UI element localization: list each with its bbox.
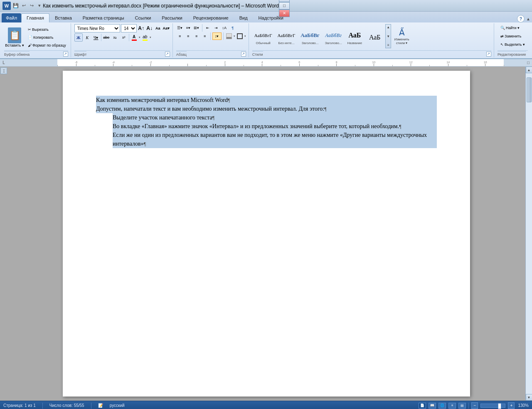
italic-button[interactable]: К [83,33,91,42]
save-qa-button[interactable]: 💾 [12,2,19,9]
align-right-button[interactable]: ≡ [193,32,200,40]
paragraph-group-label: Абзац [176,51,187,57]
font-size-selector[interactable]: 14 [121,24,137,32]
tab-page-layout[interactable]: Разметка страницы [77,13,130,22]
qa-extra-button[interactable]: ▾ [36,2,43,9]
font-expand-button[interactable]: ↗ [165,52,170,57]
zoom-slider-thumb[interactable] [498,403,501,409]
tab-addins[interactable]: Надстройки [253,13,289,22]
font-color-dropdown[interactable]: ▾ [139,36,140,39]
cut-button[interactable]: ✂ Вырезать [26,26,68,33]
show-marks-button[interactable]: ¶ [229,24,236,32]
para-row2: ≡ ≡ ≡ ≡ ↕▾ ▾ ▾ [176,32,246,40]
tab-references[interactable]: Ссылки [130,13,157,22]
view-outline-button[interactable]: ≡ [448,403,456,409]
para4-mark: ¶ [399,124,401,129]
help-button[interactable]: ? [517,15,525,22]
style-heading2[interactable]: АаБбВг Заголово... [323,28,344,46]
scroll-up-button[interactable]: ▲ [526,67,532,73]
zoom-in-button[interactable]: + [508,402,515,409]
style-extra[interactable]: АаБ [365,30,384,45]
case-button[interactable]: Aa▾ [163,25,170,32]
view-web-button[interactable]: 🌐 [438,403,446,409]
superscript-button[interactable]: x² [120,33,128,42]
format-painter-button[interactable]: 🖌 Формат по образцу [26,42,68,49]
paragraph-4: Во вкладке «Главная» нажмите значок «Инт… [113,122,437,131]
multilevel-list-button[interactable]: ⊞▾ [193,24,200,32]
left-tool-button[interactable]: ⌶ [0,67,7,74]
tab-mailings[interactable]: Рассылки [156,13,187,22]
strikethrough-button[interactable]: abe [102,33,111,42]
word-count: Число слов: 55/55 [49,403,84,408]
zoom-slider[interactable] [480,404,505,408]
clipboard-expand-button[interactable]: ↗ [63,52,68,57]
tab-review[interactable]: Рецензирование [188,13,234,22]
sort-button[interactable]: ↕A [221,24,228,32]
ribbon-minimize-button[interactable]: ▲ [526,17,530,21]
ruler-expand-button[interactable]: □ [525,59,532,67]
bold-button[interactable]: Ж [74,33,83,42]
decrease-indent-button[interactable]: ⇤ [204,24,212,32]
tab-view[interactable]: Вид [234,13,253,22]
document-area[interactable]: Как изменить межстрочный интервал Micros… [7,67,525,401]
align-left-button[interactable]: ≡ [176,32,184,40]
underline-button[interactable]: Ч▾ [92,33,100,42]
style-normal[interactable]: АаБбВгГ Обычный [252,28,274,46]
style-no-spacing[interactable]: АаБбВгГ Без инте... [276,28,298,46]
select-button[interactable]: ↖ Выделить ▾ [498,41,528,48]
styles-scroll-expand-icon: ≡ [387,43,389,47]
tab-file[interactable]: Файл [2,13,21,22]
view-draft-button[interactable]: ▤ [458,403,466,409]
paragraph-expand-button[interactable]: ↗ [241,52,246,57]
undo-qa-button[interactable]: ↩ [20,2,27,9]
align-center-button[interactable]: ≡ [185,32,192,40]
zoom-level[interactable]: 130% [518,403,529,408]
border-dropdown[interactable]: ▾ [244,35,246,38]
styles-expand-button[interactable]: ↗ [486,52,491,57]
language-status[interactable]: русский [110,403,125,408]
style-heading1[interactable]: АаБбВг Заголово... [298,28,321,46]
spell-check-icon[interactable]: 📝 [98,403,103,408]
font-grow-button[interactable]: A↑ [138,25,145,32]
shading-dropdown[interactable]: ▾ [234,35,235,38]
copy-button[interactable]: 📄 Копировать [26,34,68,41]
view-print-button[interactable]: 📄 [419,403,426,409]
styles-scroll-button[interactable]: ▲ ▼ ≡ [385,24,391,48]
tab-home[interactable]: Главная [21,13,49,22]
tab-insert[interactable]: Вставка [49,13,77,22]
clear-format-button[interactable]: Aa [154,25,162,32]
change-styles-button[interactable]: A̋ Изменить стили ▾ [392,24,411,48]
highlight-button[interactable]: ab [141,33,149,42]
numbered-list-button[interactable]: ≡▾ [185,24,192,32]
replace-button[interactable]: ⇄ Заменить [498,32,524,40]
find-button[interactable]: 🔍 Найти ▾ [498,24,522,32]
ruler-left-margin [7,59,57,66]
subscript-button[interactable]: x₂ [111,33,119,42]
ruler-corner-button[interactable]: L [0,59,7,67]
para3-text: Выделите участок напечатанного текста [113,114,212,121]
scroll-down-button[interactable]: ▼ [526,394,532,401]
highlight-dropdown[interactable]: ▾ [150,36,151,39]
line-spacing-button[interactable]: ↕▾ [212,32,222,40]
scroll-thumb[interactable] [527,77,532,102]
paragraph-2: Допустим, напечатали текст и вам необход… [96,104,437,113]
scroll-track[interactable] [526,73,532,394]
maximize-button[interactable]: □ [279,2,290,10]
vertical-scrollbar[interactable]: ▲ ▼ [525,67,532,401]
para-sep2 [210,32,211,40]
bullet-list-button[interactable]: ☰▾ [176,24,184,32]
shading-button[interactable] [225,32,233,40]
para2-mark: ¶ [324,106,326,112]
style-title[interactable]: АаБ Название [345,28,365,46]
font-color-button[interactable]: A [130,33,138,42]
zoom-out-button[interactable]: − [471,402,478,409]
view-fullscreen-button[interactable]: 📖 [429,403,436,409]
border-button[interactable] [236,32,244,40]
font-name-selector[interactable]: Times New Ro [74,24,120,32]
align-justify-button[interactable]: ≡ [201,32,209,40]
increase-indent-button[interactable]: ⇥ [212,24,220,32]
font-shrink-button[interactable]: A↓ [146,25,153,32]
paste-button[interactable]: 📋 Вставить ▾ [4,25,25,50]
redo-qa-button[interactable]: ↪ [28,2,35,9]
style-title-preview: АаБ [348,30,361,41]
